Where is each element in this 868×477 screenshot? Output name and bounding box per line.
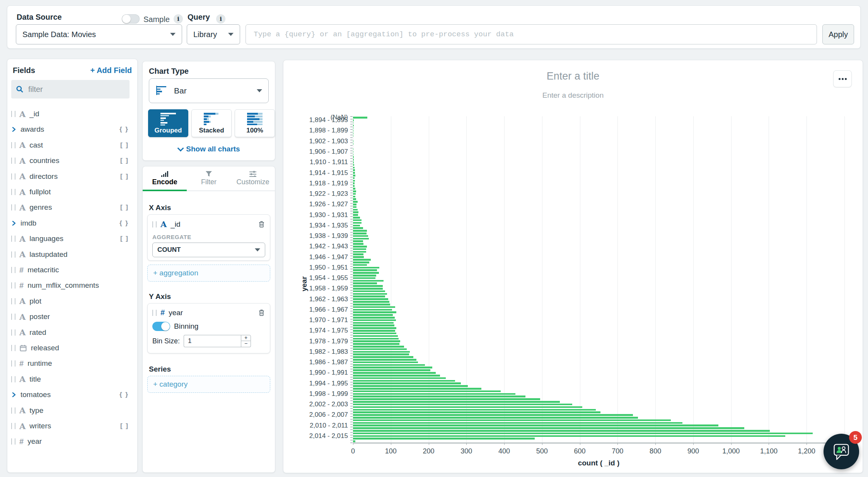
field-row[interactable]: #num_mflix_comments	[11, 278, 134, 293]
bar[interactable]	[353, 125, 354, 127]
bar[interactable]	[353, 362, 418, 363]
bar[interactable]	[353, 135, 353, 137]
bar[interactable]	[353, 406, 582, 408]
bar[interactable]	[353, 193, 356, 195]
bar[interactable]	[353, 322, 394, 324]
bar[interactable]	[353, 117, 367, 119]
show-all-charts-link[interactable]: Show all charts	[143, 145, 275, 153]
tab-encode[interactable]: Encode	[143, 166, 187, 190]
bar[interactable]	[353, 375, 440, 377]
bar[interactable]	[353, 351, 410, 353]
field-row[interactable]: A_id	[11, 106, 134, 122]
bar[interactable]	[353, 409, 596, 411]
bar[interactable]	[353, 359, 416, 361]
bar[interactable]	[353, 159, 354, 161]
bar[interactable]	[353, 196, 355, 198]
bar[interactable]	[353, 140, 353, 142]
trash-icon[interactable]	[258, 309, 265, 316]
bar[interactable]	[353, 411, 600, 413]
trash-icon[interactable]	[258, 221, 265, 228]
bar[interactable]	[353, 433, 813, 435]
bar[interactable]	[353, 211, 358, 213]
bar[interactable]	[353, 293, 387, 295]
bar[interactable]	[353, 401, 560, 403]
bar[interactable]	[353, 161, 354, 163]
bar[interactable]	[353, 319, 396, 321]
bar[interactable]	[353, 204, 356, 205]
bar[interactable]	[353, 396, 525, 397]
add-aggregation-button[interactable]: + aggregation	[147, 265, 270, 282]
bar[interactable]	[353, 311, 396, 313]
bar[interactable]	[353, 164, 354, 166]
bar[interactable]	[353, 198, 356, 200]
bar[interactable]	[353, 154, 353, 156]
bar[interactable]	[353, 177, 355, 179]
field-row[interactable]: #runtime	[11, 356, 134, 371]
bar[interactable]	[353, 338, 399, 340]
bar[interactable]	[353, 382, 461, 384]
bar[interactable]	[353, 438, 535, 440]
bar[interactable]	[353, 238, 369, 240]
chart-title-placeholder[interactable]: Enter a title	[283, 70, 863, 82]
binning-toggle[interactable]	[152, 322, 170, 331]
bar[interactable]	[353, 427, 744, 429]
subtype-100-button[interactable]: 100%	[235, 109, 275, 137]
bar[interactable]	[353, 348, 407, 350]
bar[interactable]	[353, 175, 355, 177]
bar[interactable]	[353, 122, 353, 124]
bar[interactable]	[353, 435, 785, 437]
bar[interactable]	[353, 251, 366, 253]
bar[interactable]	[353, 167, 355, 169]
bar[interactable]	[353, 398, 540, 400]
bar[interactable]	[353, 422, 682, 424]
bar[interactable]	[353, 246, 367, 248]
bar[interactable]	[353, 290, 385, 292]
bar[interactable]	[353, 377, 446, 379]
field-row[interactable]: Agenres[ ]	[11, 200, 134, 215]
bar[interactable]	[353, 219, 362, 221]
bar[interactable]	[353, 369, 430, 371]
bar[interactable]	[353, 343, 399, 345]
field-row[interactable]: Alastupdated	[11, 247, 134, 262]
bar[interactable]	[353, 188, 355, 190]
bar[interactable]	[353, 314, 393, 316]
subtype-stacked-button[interactable]: Stacked	[191, 109, 232, 137]
bar[interactable]	[353, 309, 392, 311]
bar[interactable]	[353, 240, 363, 242]
bar[interactable]	[353, 414, 633, 416]
bar[interactable]	[353, 143, 353, 145]
bar[interactable]	[353, 301, 389, 303]
bar[interactable]	[353, 130, 353, 132]
bar[interactable]	[353, 298, 388, 300]
bar[interactable]	[353, 335, 398, 337]
bar[interactable]	[353, 327, 396, 329]
sample-info-icon[interactable]: i	[174, 14, 183, 24]
bar[interactable]	[353, 356, 413, 358]
bar[interactable]	[353, 201, 358, 203]
bar[interactable]	[353, 380, 455, 382]
bar[interactable]	[353, 306, 395, 308]
bar[interactable]	[353, 217, 360, 219]
bar[interactable]	[353, 185, 355, 187]
tab-filter[interactable]: Filter	[187, 166, 231, 190]
bar[interactable]	[353, 280, 384, 282]
bar[interactable]	[353, 209, 358, 211]
y-field-row[interactable]: # year	[148, 304, 270, 317]
bar[interactable]	[353, 367, 432, 368]
bar[interactable]	[353, 169, 355, 171]
bar[interactable]	[353, 330, 395, 332]
bar[interactable]	[353, 235, 368, 237]
field-row[interactable]: Afullplot	[11, 184, 134, 200]
bar[interactable]	[353, 119, 354, 121]
bar[interactable]	[353, 233, 367, 234]
field-row[interactable]: released	[11, 340, 134, 356]
bar[interactable]	[353, 388, 481, 390]
field-row[interactable]: Aposter	[11, 309, 134, 324]
bar[interactable]	[353, 272, 379, 274]
bar[interactable]	[353, 156, 354, 158]
bar[interactable]	[353, 214, 358, 216]
library-select[interactable]: Library	[187, 24, 240, 44]
bar[interactable]	[353, 151, 353, 153]
bar[interactable]	[353, 419, 671, 421]
bar[interactable]	[353, 340, 400, 342]
